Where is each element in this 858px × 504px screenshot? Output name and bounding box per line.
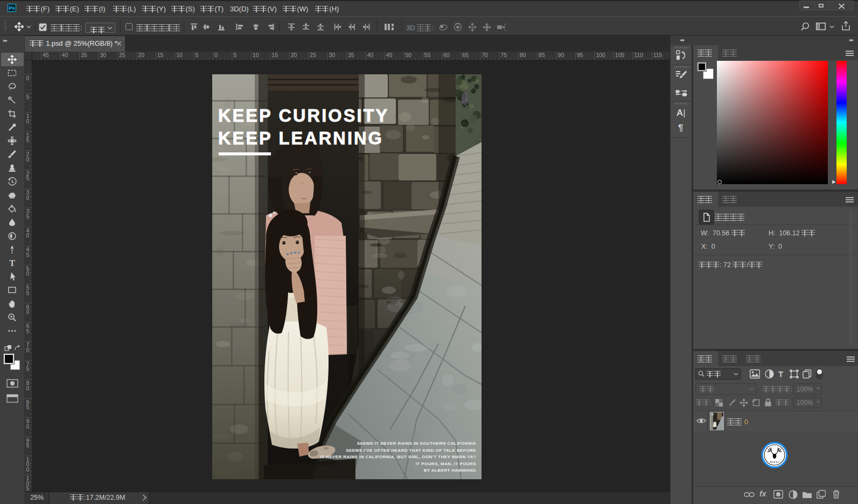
svg-text:BY ALBERT HAMMOND: BY ALBERT HAMMOND	[424, 468, 476, 473]
svg-text:5: 5	[26, 485, 30, 492]
svg-text:0: 0	[26, 194, 30, 201]
svg-text:115: 115	[653, 52, 662, 58]
svg-text:15: 15	[271, 52, 278, 58]
svg-text:5: 5	[26, 213, 30, 220]
svg-text:5: 5	[26, 251, 30, 258]
svg-text:40: 40	[367, 52, 373, 58]
svg-text:KEEP LEARNING: KEEP LEARNING	[218, 129, 383, 148]
svg-text:0: 0	[26, 232, 30, 239]
svg-text:45: 45	[43, 52, 49, 58]
svg-text:95: 95	[577, 52, 583, 58]
svg-text:0: 0	[26, 156, 30, 163]
svg-text:20: 20	[291, 52, 297, 58]
svg-text:0: 0	[26, 270, 30, 277]
svg-text:5: 5	[26, 404, 30, 410]
svg-text:5: 5	[26, 290, 30, 296]
svg-text:10: 10	[176, 52, 183, 58]
svg-text:25: 25	[310, 52, 316, 58]
svg-text:0: 0	[214, 52, 218, 58]
svg-text:110: 110	[634, 52, 643, 58]
svg-text:5: 5	[233, 52, 236, 58]
svg-text:70: 70	[482, 52, 488, 58]
svg-text:KC: KC	[711, 414, 714, 416]
svg-text:5: 5	[26, 137, 30, 143]
svg-text:SEEMS I’VE OFTEN HEARD THAT KI: SEEMS I’VE OFTEN HEARD THAT KIND OF TALK…	[346, 448, 476, 453]
svg-text:5: 5	[26, 94, 30, 100]
svg-text:50: 50	[405, 52, 411, 58]
svg-text:5: 5	[26, 442, 30, 449]
svg-text:10: 10	[253, 52, 259, 58]
svg-text:60: 60	[443, 52, 450, 58]
svg-text:25: 25	[119, 52, 125, 58]
svg-text:55: 55	[424, 52, 431, 58]
svg-text:IT POURS, MAN, IT POURS: IT POURS, MAN, IT POURS	[416, 461, 477, 466]
svg-text:45: 45	[386, 52, 393, 58]
svg-text:0: 0	[26, 347, 30, 353]
svg-text:65: 65	[463, 52, 469, 58]
svg-text:5: 5	[196, 52, 199, 58]
svg-text:30: 30	[329, 52, 336, 58]
svg-text:5: 5	[26, 366, 30, 372]
svg-text:0: 0	[26, 75, 30, 81]
svg-text:0: 0	[26, 385, 30, 391]
svg-text:5: 5	[26, 328, 30, 334]
svg-text:90: 90	[558, 52, 564, 58]
svg-text:40: 40	[62, 52, 68, 58]
svg-text:SEEMS IT NEVER RAINS IN SOUTHE: SEEMS IT NEVER RAINS IN SOUTHERN CALIFOR…	[357, 441, 476, 446]
svg-text:T: T	[9, 258, 15, 268]
svg-text:100: 100	[596, 52, 605, 58]
svg-text:0: 0	[26, 309, 30, 315]
svg-text:20: 20	[138, 52, 144, 58]
svg-text:105: 105	[615, 52, 625, 58]
svg-text:85: 85	[539, 52, 545, 58]
svg-text:15: 15	[157, 52, 164, 58]
svg-text:0: 0	[26, 423, 30, 430]
svg-text:30: 30	[100, 52, 107, 58]
svg-text:KEEP CURIOSITY: KEEP CURIOSITY	[218, 106, 389, 125]
svg-text:0: 0	[26, 466, 30, 473]
svg-text:80: 80	[520, 52, 526, 58]
svg-text:5: 5	[26, 175, 30, 181]
svg-text:35: 35	[81, 52, 87, 58]
svg-text:35: 35	[348, 52, 354, 58]
svg-text:75: 75	[500, 52, 507, 58]
svg-text:0: 0	[26, 118, 30, 124]
svg-text:IT NEVER RAINS IN CALIFORNIA,: IT NEVER RAINS IN CALIFORNIA, BUT GIRL, …	[320, 454, 476, 459]
